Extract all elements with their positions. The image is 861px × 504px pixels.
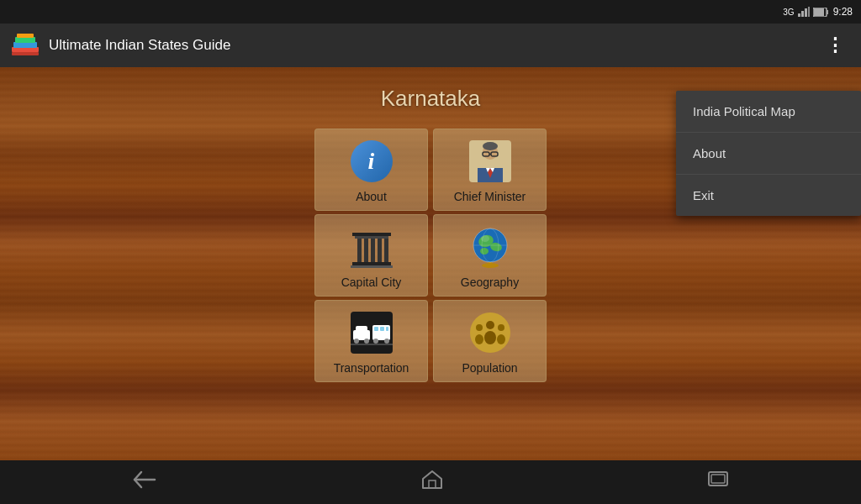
about-label: About [356,190,387,203]
svg-rect-8 [13,42,37,48]
svg-point-44 [354,339,359,344]
capital-city-label: Capital City [341,276,402,289]
menu-item-about[interactable]: i About [314,129,428,211]
info-icon: i [348,138,395,185]
dropdown-menu: India Political Map About Exit [676,91,861,216]
menu-item-chief-minister[interactable]: Chief Minister [433,129,547,211]
svg-point-57 [475,334,483,344]
svg-rect-0 [798,13,800,17]
overflow-menu-button[interactable]: ⋮ [819,29,851,61]
svg-rect-30 [351,265,393,268]
svg-rect-6 [814,8,824,16]
svg-rect-25 [364,239,368,262]
svg-point-45 [364,339,369,344]
bottom-nav-bar [0,460,861,504]
svg-point-51 [384,339,389,344]
status-bar: 3G 9:28 [0,0,861,24]
svg-rect-62 [429,480,436,488]
minister-icon [467,138,514,185]
svg-point-14 [483,142,498,150]
svg-point-56 [476,324,483,331]
dropdown-item-exit[interactable]: Exit [676,175,861,216]
svg-marker-61 [423,471,441,488]
svg-rect-10 [17,34,34,38]
dropdown-item-about[interactable]: About [676,133,861,175]
recents-button[interactable] [691,465,745,500]
svg-rect-64 [711,475,725,483]
population-label: Population [462,361,517,375]
menu-item-geography[interactable]: Geography [433,214,547,297]
svg-point-54 [486,321,494,329]
svg-point-36 [480,248,489,255]
app-title: Ultimate Indian States Guide [49,37,819,54]
svg-point-58 [498,324,504,331]
transport-icon [348,309,395,356]
svg-rect-28 [384,239,388,262]
svg-rect-9 [15,37,35,43]
svg-rect-27 [378,239,382,262]
battery-icon [813,8,828,17]
app-logo [10,30,40,60]
signal-icon [798,7,810,17]
svg-rect-23 [352,233,391,236]
network-indicator: 3G [783,8,794,17]
svg-rect-5 [827,10,828,14]
svg-rect-47 [374,327,378,331]
app-bar: Ultimate Indian States Guide ⋮ [0,24,861,67]
svg-rect-3 [808,7,810,17]
menu-row-1: i About [314,129,547,211]
geography-label: Geography [461,276,519,289]
chief-minister-label: Chief Minister [454,190,526,203]
menu-item-capital-city[interactable]: Capital City [314,214,428,297]
svg-rect-11 [12,52,39,55]
svg-point-40 [481,235,489,242]
status-icons: 3G 9:28 [783,6,853,18]
time-display: 9:28 [833,6,853,18]
transportation-label: Transportation [334,361,409,375]
menu-item-population[interactable]: Population [433,300,547,382]
svg-point-55 [484,331,496,344]
svg-rect-49 [386,327,388,331]
svg-rect-24 [357,239,362,262]
globe-icon [467,223,514,270]
svg-point-59 [497,334,505,344]
svg-rect-2 [805,8,807,17]
menu-row-2: Capital City [314,214,547,297]
svg-rect-48 [380,327,384,331]
svg-point-50 [373,339,378,344]
menu-row-3: Transportation [314,300,547,382]
building-icon [348,223,395,270]
svg-rect-1 [801,11,804,17]
home-button[interactable] [405,464,459,501]
back-button[interactable] [116,464,173,501]
svg-rect-26 [371,239,375,262]
svg-rect-29 [352,262,391,265]
svg-rect-43 [356,326,367,332]
menu-item-transportation[interactable]: Transportation [314,300,428,382]
population-icon [467,309,514,356]
main-content: Karnataka i About [0,67,861,460]
dropdown-item-india-political-map[interactable]: India Political Map [676,91,861,133]
